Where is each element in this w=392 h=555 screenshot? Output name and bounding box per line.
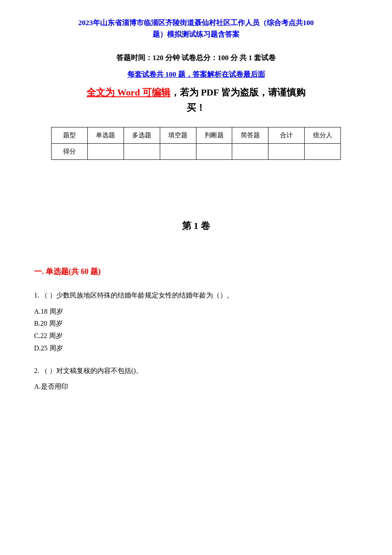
q2-number: 2 [34,367,37,374]
table-cell-score-total [268,144,305,160]
q2-options: A.是否用印 [34,381,358,393]
table-cell-fill: 填空题 [160,127,196,144]
q1-option-a: A.18 周岁 [34,306,358,318]
q1-option-d: D.25 周岁 [34,342,358,355]
table-cell-total: 合计 [268,127,305,144]
editable-red-part: 全文为 Word 可编辑 [86,87,170,98]
table-cell-scorer: 统分人 [305,127,341,144]
table-score-row: 得分 [52,144,341,160]
table-cell-score-judge [196,144,232,160]
highlight-text: 每套试卷共 100 题，答案解析在试卷最后面 [34,69,358,79]
q2-body: （ ）对文稿复核的内容不包括()。 [41,367,143,374]
table-cell-multi: 多选题 [124,127,160,144]
section-divider [34,168,358,220]
table-cell-short: 简答题 [232,127,268,144]
q1-number: 1 [34,292,37,299]
table-header-row: 题型 单选题 多选题 填空题 判断题 简答题 合计 统分人 [52,127,341,144]
question-1: 1. （ ）少数民族地区特殊的结婚年龄规定女性的结婚年龄为（）。 A.18 周岁… [34,289,358,354]
section-title: 一. 单选题(共 60 题) [34,266,358,277]
editable-line: 全文为 Word 可编辑，若为 PDF 皆为盗版，请谨慎购 [34,86,358,99]
q2-option-a: A.是否用印 [34,381,358,393]
q1-option-c: C.22 周岁 [34,330,358,342]
table-cell-score-short [232,144,268,160]
table-cell-score-single [87,144,124,160]
table-cell-judge: 判断题 [196,127,232,144]
editable-black-part: ，若为 PDF 皆为盗版，请谨慎购 [170,87,306,98]
title-line2: 题）模拟测试练习题含答案 [34,29,358,40]
exam-info: 答题时间：120 分钟 试卷总分：100 分 共 1 套试卷 [34,53,358,63]
question-1-text: 1. （ ）少数民族地区特殊的结婚年龄规定女性的结婚年龄为（）。 [34,289,358,301]
volume-title: 第 1 卷 [34,220,358,232]
table-cell-score-label: 得分 [52,144,88,160]
page-title: 2023年山东省淄博市临淄区齐陵街道聂仙村社区工作人员（综合考点共100 题）模… [34,17,358,40]
q1-options: A.18 周岁 B.20 周岁 C.22 周岁 D.25 周岁 [34,306,358,355]
q1-body: （ ）少数民族地区特殊的结婚年龄规定女性的结婚年龄为（）。 [41,292,233,299]
title-line1: 2023年山东省淄博市临淄区齐陵街道聂仙村社区工作人员（综合考点共100 [34,17,358,29]
question-2-text: 2. （ ）对文稿复核的内容不包括()。 [34,365,358,376]
table-cell-title: 题型 [52,127,88,144]
question-2: 2. （ ）对文稿复核的内容不包括()。 A.是否用印 [34,365,358,393]
q1-option-b: B.20 周岁 [34,318,358,330]
table-cell-single: 单选题 [87,127,124,144]
buy-line: 买！ [34,101,358,114]
table-cell-score-scorer [305,144,341,160]
table-cell-score-fill [160,144,196,160]
score-table: 题型 单选题 多选题 填空题 判断题 简答题 合计 统分人 得分 [51,127,341,160]
table-cell-score-multi [124,144,160,160]
